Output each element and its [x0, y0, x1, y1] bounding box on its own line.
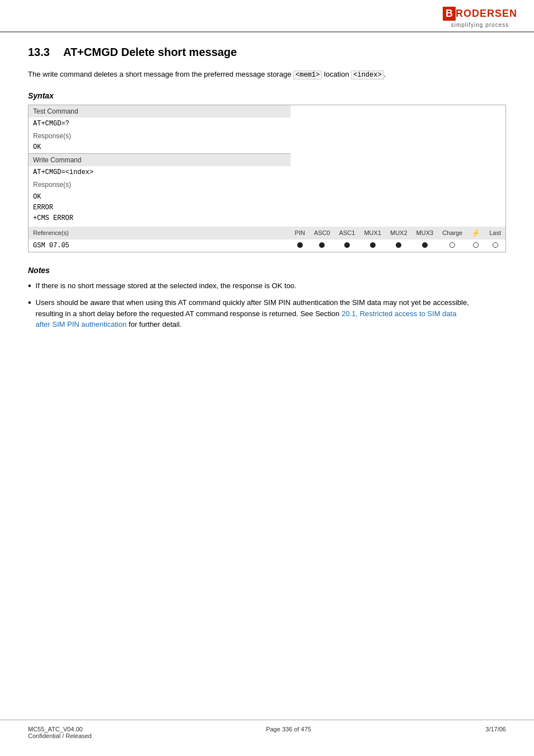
ref-header-col7: Charge: [438, 227, 467, 240]
test-command-header-row: Test Command: [29, 105, 506, 118]
section-number: 13.3: [28, 46, 50, 59]
ref-data-col9: [485, 240, 505, 252]
write-response-label-row: Response(s): [29, 179, 506, 190]
footer-status: Confidential / Released: [28, 732, 92, 739]
logo-subtitle: simplifying process: [451, 22, 509, 28]
mux2-dot: [396, 242, 401, 248]
intro-text-middle: location: [322, 70, 351, 78]
reference-data-row: GSM 07.05: [29, 240, 506, 252]
ref-data-col6: [412, 240, 438, 252]
intro-text-after: .: [384, 70, 386, 78]
section-title: AT+CMGD Delete short message: [63, 46, 237, 59]
write-command-header-row: Write Command: [29, 154, 506, 167]
note-text-2: Users should be aware that when using th…: [36, 297, 472, 330]
ref-data-col8: [467, 240, 485, 252]
footer-center: Page 336 of 475: [266, 726, 311, 739]
note-item-2: Users should be aware that when using th…: [28, 297, 506, 330]
last-dot: [493, 242, 498, 248]
test-command-code: AT+CMGD=?: [29, 118, 291, 130]
note-item-1: If there is no short message stored at t…: [28, 280, 506, 292]
ref-header-col8: ⚡: [467, 227, 485, 240]
intro-text-before: The write command deletes a short messag…: [28, 70, 293, 78]
intro-code1: <mem1>: [293, 71, 322, 79]
ref-header-col0: Reference(s): [29, 227, 291, 240]
footer-right: 3/17/06: [485, 726, 506, 739]
ref-header-col6: MUX3: [412, 227, 438, 240]
footer-date: 3/17/06: [485, 726, 506, 732]
logo-text: RODERSEN: [456, 8, 517, 20]
notes-heading: Notes: [28, 266, 506, 275]
footer-doc-name: MC55_ATC_V04.00: [28, 726, 92, 732]
reference-header-row: Reference(s) PIN ASC0 ASC1 MUX1 MUX2 MUX…: [29, 227, 506, 240]
charge-dot: [449, 242, 455, 248]
write-command-code: AT+CMGD=<index>: [29, 166, 291, 179]
ref-data-col1: [291, 240, 310, 252]
write-command-label: Write Command: [29, 154, 291, 167]
write-response-value: OK ERROR +CMS ERROR: [29, 190, 291, 227]
footer-left: MC55_ATC_V04.00 Confidential / Released: [28, 726, 92, 739]
footer-page: Page 336 of 475: [266, 726, 311, 732]
pin-dot: [297, 242, 303, 248]
intro-code2: <index>: [351, 71, 383, 79]
test-command-code-row: AT+CMGD=?: [29, 118, 506, 130]
ref-header-col4: MUX1: [359, 227, 386, 240]
test-command-label: Test Command: [29, 105, 291, 118]
section-heading: 13.3 AT+CMGD Delete short message: [28, 46, 506, 59]
ref-data-col2: [310, 240, 335, 252]
ref-header-col5: MUX2: [386, 227, 412, 240]
logo-area: B RODERSEN simplifying process: [443, 7, 517, 28]
test-response-value: OK: [29, 141, 291, 154]
ref-data-col4: [359, 240, 386, 252]
mux1-dot: [370, 242, 376, 248]
ref-header-col2: ASC0: [310, 227, 335, 240]
charge-icon-dot: [473, 242, 479, 248]
asc0-dot: [319, 242, 325, 248]
page-header: B RODERSEN simplifying process: [0, 0, 534, 32]
ref-header-col3: ASC1: [335, 227, 360, 240]
syntax-table: Test Command AT+CMGD=? Response(s) OK Wr…: [28, 105, 506, 252]
page-footer: MC55_ATC_V04.00 Confidential / Released …: [0, 720, 534, 745]
write-response-value-row: OK ERROR +CMS ERROR: [29, 190, 506, 227]
test-response-label: Response(s): [29, 130, 291, 141]
write-response-label: Response(s): [29, 179, 291, 190]
note-link[interactable]: 20.1, Restricted access to SIM data afte…: [36, 309, 457, 329]
logo-b-box: B: [443, 7, 456, 21]
ref-header-col9: Last: [485, 227, 505, 240]
asc1-dot: [344, 242, 350, 248]
page-wrapper: B RODERSEN simplifying process 13.3 AT+C…: [0, 0, 534, 756]
ref-data-col7: [438, 240, 467, 252]
logo: B RODERSEN: [443, 7, 517, 21]
test-response-label-row: Response(s): [29, 130, 506, 141]
ref-data-col5: [386, 240, 412, 252]
ref-data-col0: GSM 07.05: [29, 240, 291, 252]
notes-list: If there is no short message stored at t…: [28, 280, 506, 330]
mux3-dot: [422, 242, 428, 248]
write-command-code-row: AT+CMGD=<index>: [29, 166, 506, 179]
main-content: 13.3 AT+CMGD Delete short message The wr…: [0, 32, 534, 347]
syntax-heading: Syntax: [28, 91, 506, 100]
test-response-value-row: OK: [29, 141, 506, 154]
ref-header-col1: PIN: [291, 227, 310, 240]
intro-paragraph: The write command deletes a short messag…: [28, 69, 506, 80]
note-text-1: If there is no short message stored at t…: [36, 280, 297, 292]
ref-data-col3: [335, 240, 360, 252]
